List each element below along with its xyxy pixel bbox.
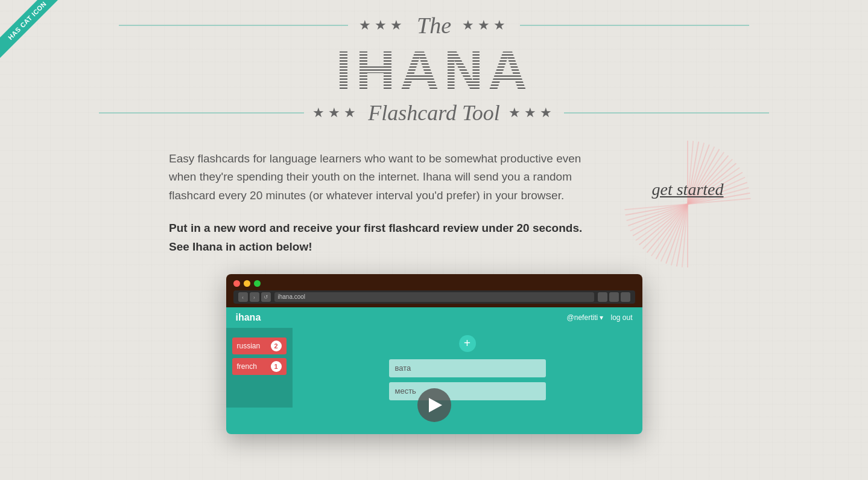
subtitle-stars-right: ★★★ [508,105,556,121]
browser-reload-button[interactable]: ↺ [261,292,271,302]
browser-toolbar: ‹ › ↺ ihana.cool [233,290,635,304]
header-the-text: The [417,12,451,39]
get-started-section: get started [627,138,748,199]
browser-ctrl-1[interactable] [598,292,607,302]
main-content: Easy flashcards for language learners wh… [0,126,868,256]
header-rule-right [520,25,749,26]
corner-ribbon-label: HAS CAT ICON [0,0,66,60]
play-icon [429,398,442,412]
text-section: Easy flashcards for language learners wh… [169,150,591,256]
corner-ribbon: HAS CAT ICON [0,0,72,72]
browser-dot-yellow[interactable] [244,280,250,287]
app-logout[interactable]: log out [610,313,632,322]
sidebar-lang-french: french [237,362,257,371]
browser-dots [233,280,635,287]
browser-ctrl-2[interactable] [609,292,619,302]
app-card-word: вата [395,363,411,373]
stars-left: ★★★ [359,18,406,33]
description-text: Easy flashcards for language learners wh… [169,150,591,205]
browser-back-button[interactable]: ‹ [238,292,248,302]
browser-dot-red[interactable] [233,280,240,287]
app-nav-right: @nefertiti ▾ log out [567,313,633,322]
browser-forward-button[interactable]: › [250,292,259,302]
browser-dot-green[interactable] [254,280,261,287]
play-button[interactable] [417,388,451,422]
app-add-button[interactable]: + [459,335,476,352]
sidebar-badge-french: 1 [271,361,282,372]
subtitle-rule-right [564,112,769,114]
sidebar-item-russian[interactable]: russian 2 [232,338,287,354]
app-answer-input[interactable]: месть [389,382,546,400]
cta-text: Put in a new word and receive your first… [169,219,591,256]
app-user[interactable]: @nefertiti ▾ [567,313,604,322]
browser-nav-arrows: ‹ › ↺ [238,292,271,302]
browser-url-text: ihana.cool [278,293,306,300]
header-rule-left [119,25,348,26]
video-section: ‹ › ↺ ihana.cool iha [0,256,868,434]
browser-url-bar[interactable]: ihana.cool [274,292,594,302]
subtitle-flashcard-tool: Flashcard Tool [368,100,499,126]
header-subtitle-line: ★★★ Flashcard Tool ★★★ [0,100,868,126]
browser-controls [598,292,630,302]
stars-right: ★★★ [462,18,509,33]
header-line-the: ★★★ The ★★★ [0,12,868,39]
get-started-link[interactable]: get started [627,180,748,199]
title-ihana: IHANA [0,43,868,98]
sidebar-badge-russian: 2 [271,341,282,351]
browser-mockup-wrapper: ‹ › ↺ ihana.cool iha [226,274,642,434]
app-navbar: ihana @nefertiti ▾ log out [226,307,642,328]
browser-chrome: ‹ › ↺ ihana.cool [226,274,642,307]
sidebar-item-french[interactable]: french 1 [232,358,287,375]
app-logo: ihana [236,312,261,323]
page-header: ★★★ The ★★★ IHANA ★★★ Flashcard Tool ★★★ [0,0,868,126]
sidebar-lang-russian: russian [237,342,261,350]
app-word-input[interactable]: вата [389,359,546,377]
app-card-answer: месть [395,386,416,395]
subtitle-rule-left [99,112,304,114]
subtitle-stars-left: ★★★ [312,105,360,121]
browser-ctrl-3[interactable] [621,292,630,302]
sunburst-decoration [621,138,754,270]
app-center: + вата месть [293,328,642,408]
app-sidebar: russian 2 french 1 [226,328,293,408]
